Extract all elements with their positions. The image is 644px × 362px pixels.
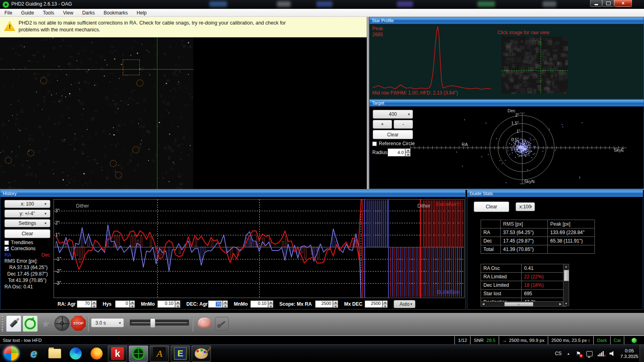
trendlines-checkbox[interactable]: [4, 241, 9, 245]
menu-darks[interactable]: Darks: [78, 9, 99, 17]
table-header-row: RMS [px] Peak [px]: [481, 220, 595, 228]
menu-guide[interactable]: Guide: [17, 9, 38, 17]
action-center-flag-icon[interactable]: ⚑×: [575, 351, 581, 357]
loop-exposures-button[interactable]: [23, 315, 38, 332]
aero-reflection: [477, 1, 495, 7]
corrections-checkbox[interactable]: [4, 247, 9, 251]
menu-file[interactable]: File: [0, 9, 17, 17]
camera-settings-button[interactable]: [215, 317, 229, 331]
taskbar-krita[interactable]: k: [108, 346, 127, 362]
zoom-in-button[interactable]: +: [373, 120, 392, 129]
menu-bookmarks[interactable]: Bookmarks: [99, 9, 132, 17]
dec-minmove-stepper[interactable]: [268, 300, 273, 308]
exposure-duration-select[interactable]: 3.0 s ▼: [91, 318, 124, 327]
taskbar-eqmod[interactable]: E: [171, 346, 190, 362]
begin-guiding-button[interactable]: [54, 316, 70, 331]
stat-row: Dec Limited18 (18%): [481, 281, 566, 290]
connect-equipment-button[interactable]: [6, 315, 21, 332]
taskbar-phd2-active[interactable]: [129, 346, 148, 362]
toolbar-grip[interactable]: [2, 316, 3, 332]
hysteresis-stepper[interactable]: [130, 300, 135, 308]
usb-plug-icon: [10, 319, 18, 328]
scroll-left-icon[interactable]: ◀: [482, 302, 484, 306]
clock-time: 0:05: [620, 348, 638, 354]
target-zoom-value: 400: [389, 111, 397, 117]
dec-aggression-input[interactable]: 70: [208, 300, 223, 308]
taskbar-clock[interactable]: 0:05 7.3.2025: [620, 348, 638, 359]
history-y-scale-select[interactable]: y: +/-4''▼: [4, 210, 50, 218]
stop-button[interactable]: STOP: [71, 316, 86, 331]
ra-aggression-stepper[interactable]: [91, 300, 97, 308]
guide-stats-panel: Guide Stats Clear x:100 ▼ RMS [px] Peak …: [467, 190, 643, 310]
radius-stepper[interactable]: [405, 148, 411, 156]
scroll-down-icon[interactable]: ▼: [565, 302, 568, 305]
target-clear-button[interactable]: Clear: [373, 130, 413, 139]
ra-pulse-readout: → 2500 ms, 99.9 px: [499, 336, 548, 344]
auto-select-star-button[interactable]: ★: [39, 316, 53, 331]
ra-minmove-input[interactable]: 0.10: [157, 300, 175, 308]
taskbar-internet-explorer[interactable]: e: [24, 346, 43, 362]
minimize-icon: [594, 4, 598, 5]
history-x-scale-select[interactable]: x: 100▼: [4, 200, 50, 208]
remove-hardware-icon[interactable]: [586, 351, 592, 357]
stats-clear-button[interactable]: Clear: [474, 202, 509, 212]
radius-input[interactable]: 4.0: [388, 148, 405, 156]
stats-horizontal-scrollbar[interactable]: ◀ ||| ▶: [481, 301, 563, 306]
advanced-settings-brain-button[interactable]: [198, 318, 211, 328]
start-button[interactable]: [3, 345, 20, 362]
max-ra-input[interactable]: 2500: [315, 300, 333, 308]
menu-tools[interactable]: Tools: [38, 9, 58, 17]
history-settings-select[interactable]: Settings▼: [4, 219, 50, 227]
language-indicator[interactable]: CS: [555, 351, 562, 356]
taskbar-edge[interactable]: [66, 346, 85, 362]
ra-osc: RA Osc: 0.41: [4, 284, 33, 290]
star-profile-titlebar[interactable]: Star Profile: [369, 17, 644, 24]
gamma-slider[interactable]: [130, 319, 189, 326]
hysteresis-input[interactable]: 0: [115, 300, 130, 308]
scrollbar-thumb[interactable]: [564, 270, 569, 281]
close-button[interactable]: ×: [614, 0, 632, 7]
dec-legend: Dec: [41, 252, 50, 258]
stats-vertical-scrollbar[interactable]: ▲ ▼: [563, 264, 569, 306]
target-zoom-select[interactable]: 400 ▼: [373, 110, 413, 119]
taskbar-paint-app[interactable]: [192, 346, 211, 362]
reference-circle-checkbox[interactable]: [372, 142, 377, 146]
max-ra-stepper[interactable]: [333, 300, 338, 308]
scrollbar-thumb[interactable]: |||: [504, 302, 533, 306]
scroll-up-icon[interactable]: ▲: [565, 265, 568, 268]
rms-dec: Dec 17.45 (29.87''): [7, 271, 48, 277]
taskbar-file-explorer[interactable]: [45, 346, 64, 362]
raw-star-view[interactable]: [502, 37, 568, 94]
ra-minmove-stepper[interactable]: [175, 300, 180, 308]
ra-aggression-input[interactable]: 70: [77, 300, 91, 308]
network-icon[interactable]: ×: [598, 351, 604, 357]
zoom-out-button[interactable]: -: [394, 120, 413, 129]
menu-help[interactable]: Help: [132, 9, 151, 17]
stats-scale-select[interactable]: x:100 ▼: [516, 202, 535, 211]
table-row: RA37.53 (64.25'')133.69 (228.84'': [481, 228, 595, 237]
history-titlebar[interactable]: History: [0, 190, 465, 197]
menu-view[interactable]: View: [58, 9, 78, 17]
krita-icon: k: [111, 347, 124, 360]
taskbar-firefox[interactable]: [87, 346, 106, 362]
hidden-icons-chevron[interactable]: ▲: [567, 352, 570, 356]
dec-aggression-stepper[interactable]: [223, 300, 228, 308]
maximize-button[interactable]: [602, 0, 614, 7]
dec-mode-select[interactable]: Auto ▼: [394, 300, 415, 308]
max-dec-stepper[interactable]: [382, 300, 388, 308]
minimize-button[interactable]: [590, 0, 602, 7]
show-desktop-button[interactable]: [640, 345, 644, 362]
scroll-right-icon[interactable]: ▶: [559, 302, 561, 306]
table-row: Dec17.45 (29.87'')65.38 (111.91''): [481, 237, 595, 245]
target-titlebar[interactable]: Target: [369, 100, 644, 107]
guide-stats-titlebar[interactable]: Guide Stats: [467, 190, 643, 197]
guide-camera-image[interactable]: [0, 37, 367, 189]
slider-thumb[interactable]: [150, 318, 155, 328]
connection-led-segment: [624, 336, 644, 344]
history-clear-button[interactable]: Clear: [4, 229, 50, 238]
trendlines-label: Trendlines: [11, 240, 33, 245]
max-dec-input[interactable]: 2500: [365, 300, 382, 308]
dec-minmove-input[interactable]: 0.10: [250, 300, 268, 308]
taskbar-astroart[interactable]: A: [150, 346, 169, 362]
volume-icon[interactable]: [609, 351, 615, 357]
